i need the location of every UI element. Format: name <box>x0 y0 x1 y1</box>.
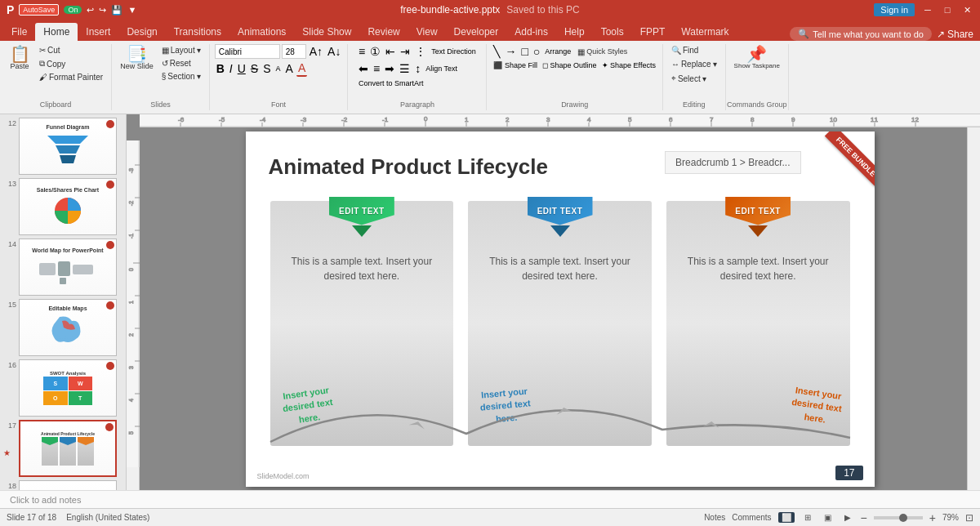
undo-icon[interactable]: ↩ <box>87 5 94 16</box>
tab-home[interactable]: Home <box>35 23 78 41</box>
text-shadow-button[interactable]: S <box>261 61 272 76</box>
redo-icon[interactable]: ↪ <box>99 5 106 16</box>
slide-thumb-16[interactable]: 16 SWOT Analysis S W O T <box>3 359 122 417</box>
tab-addins[interactable]: Add-ins <box>506 23 556 41</box>
slide-thumb-14[interactable]: 14 World Map for PowerPoint <box>3 238 122 296</box>
notes-button[interactable]: Notes <box>704 513 725 522</box>
shape-outline-button[interactable]: ◻ Shape Outline <box>541 60 599 70</box>
tell-me-box[interactable]: 🔍 Tell me what you want to do <box>790 27 932 41</box>
svg-text:10: 10 <box>830 116 837 123</box>
drawing-label: Drawing <box>487 100 662 109</box>
slide-thumb-13[interactable]: 13 Sales/Shares Pie Chart <box>3 178 122 235</box>
tab-developer[interactable]: Developer <box>446 23 507 41</box>
align-text-button[interactable]: Align Text <box>424 64 459 74</box>
reset-button[interactable]: ↺ Reset <box>158 57 204 69</box>
tab-design[interactable]: Design <box>118 23 165 41</box>
tab-animations[interactable]: Animations <box>229 23 294 41</box>
maximize-icon[interactable]: □ <box>941 3 954 16</box>
justify-icon[interactable]: ☰ <box>398 61 412 76</box>
select-button[interactable]: ⌖ Select ▾ <box>668 72 710 85</box>
notes-bar[interactable]: Click to add notes <box>0 490 980 508</box>
zoom-in-button[interactable]: + <box>929 511 936 524</box>
shape-arrow-icon[interactable]: → <box>503 44 518 59</box>
section-button[interactable]: § Section ▾ <box>158 70 204 82</box>
view-slideshow-button[interactable]: ▶ <box>841 512 854 523</box>
small-caps-button[interactable]: A <box>274 64 283 74</box>
shape-effects-button[interactable]: ✦ Shape Effects <box>600 60 657 70</box>
fit-button[interactable]: ⊡ <box>965 512 973 524</box>
tab-transitions[interactable]: Transitions <box>166 23 229 41</box>
slide-num-12: 12 <box>3 118 16 127</box>
replace-button[interactable]: ↔ Replace ▾ <box>668 58 720 70</box>
view-reading-button[interactable]: ▣ <box>821 512 835 523</box>
close-icon[interactable]: ✕ <box>960 3 973 16</box>
italic-button[interactable]: I <box>228 61 234 76</box>
tab-slideshow[interactable]: Slide Show <box>294 23 359 41</box>
font-size-decrease-icon[interactable]: A↓ <box>326 44 342 59</box>
shape-oval-icon[interactable]: ○ <box>532 44 541 59</box>
columns-icon[interactable]: ⋮ <box>413 44 428 59</box>
view-normal-button[interactable]: ⬜ <box>778 512 795 523</box>
strikethrough-button[interactable]: S <box>249 61 260 76</box>
save-icon[interactable]: 💾 <box>111 5 122 16</box>
zoom-out-button[interactable]: − <box>861 511 867 524</box>
align-center-icon[interactable]: ≡ <box>372 61 381 76</box>
cut-button[interactable]: ✂ Cut <box>36 44 106 56</box>
new-slide-button[interactable]: 📑 New Slide <box>117 44 157 72</box>
tab-file[interactable]: File <box>3 23 35 41</box>
zoom-slider[interactable] <box>874 516 923 519</box>
share-button[interactable]: ↗ Share <box>937 29 973 40</box>
increase-indent-icon[interactable]: ⇥ <box>399 44 412 59</box>
view-sorter-button[interactable]: ⊞ <box>801 512 814 523</box>
paste-button[interactable]: 📋 Paste <box>5 44 34 72</box>
tab-tools[interactable]: Tools <box>593 23 632 41</box>
bullets-icon[interactable]: ≡ <box>357 44 367 59</box>
customize-icon[interactable]: ▼ <box>127 5 136 15</box>
shape-line-icon[interactable]: ╲ <box>492 44 501 59</box>
tab-watermark[interactable]: Watermark <box>673 23 737 41</box>
font-size-increase-icon[interactable]: A↑ <box>308 44 324 59</box>
convert-smartart-button[interactable]: Convert to SmartArt <box>357 78 425 88</box>
align-right-icon[interactable]: ➡ <box>383 61 396 76</box>
comments-button[interactable]: Comments <box>732 513 771 522</box>
slide-canvas[interactable]: Animated Product Lifecycle Breadcrumb 1 … <box>246 132 875 487</box>
copy-button[interactable]: ⧉ Copy <box>36 57 106 70</box>
align-left-icon[interactable]: ⬅ <box>357 61 370 76</box>
shape-rect-icon[interactable]: □ <box>519 44 529 59</box>
tab-view[interactable]: View <box>408 23 446 41</box>
svg-text:-5: -5 <box>219 116 225 123</box>
ruler-h-svg: -6 -5 -4 -3 -2 -1 0 1 2 3 4 5 6 7 8 9 10 <box>140 114 980 127</box>
minimize-icon[interactable]: ─ <box>921 3 934 16</box>
underline-button[interactable]: U <box>236 61 247 76</box>
title-bar-left: P AutoSave On ↩ ↪ 💾 ▼ <box>7 3 136 16</box>
clear-format-button[interactable]: A <box>284 61 295 76</box>
slide-thumb-15[interactable]: 15 Editable Maps <box>3 299 122 356</box>
tab-fppt[interactable]: FPPT <box>632 23 674 41</box>
font-color-button[interactable]: A <box>296 60 307 77</box>
shape-fill-button[interactable]: ⬛ Shape Fill <box>492 60 539 70</box>
font-name-box[interactable]: Calibri <box>215 44 280 59</box>
font-size-box[interactable]: 28 <box>282 44 306 59</box>
sign-in-button[interactable]: Sign in <box>874 3 915 16</box>
numbering-icon[interactable]: ① <box>368 44 382 59</box>
find-button[interactable]: 🔍 Find <box>668 44 702 56</box>
zoom-slider-thumb[interactable] <box>899 514 907 522</box>
text-direction-button[interactable]: Text Direction <box>430 47 478 56</box>
layout-button[interactable]: ▦ Layout ▾ <box>158 44 204 56</box>
arrange-button[interactable]: Arrange <box>543 47 572 56</box>
quick-styles-button[interactable]: ▦ Quick Styles <box>574 46 630 58</box>
drawing-group: ╲ → □ ○ Arrange ▦ Quick Styles ⬛ Shape F… <box>487 44 663 110</box>
tab-help[interactable]: Help <box>556 23 593 41</box>
tab-review[interactable]: Review <box>359 23 408 41</box>
slide-thumb-17[interactable]: ★ 17 Animated Product Lifecycle <box>3 420 122 477</box>
line-spacing-icon[interactable]: ↕ <box>413 61 422 76</box>
right-scroll[interactable] <box>967 127 980 490</box>
bold-button[interactable]: B <box>215 61 226 76</box>
slide-thumb-12[interactable]: 12 Funnel Diagram <box>3 118 122 175</box>
tab-insert[interactable]: Insert <box>78 23 118 41</box>
show-taskpane-button[interactable]: 📌 Show Taskpane <box>731 44 783 71</box>
filename: free-bundle-active.pptx <box>400 4 500 16</box>
format-painter-button[interactable]: 🖌 Format Painter <box>36 71 106 83</box>
decrease-indent-icon[interactable]: ⇤ <box>384 44 397 59</box>
slide-thumb-18[interactable]: 18 (blank) <box>3 480 122 490</box>
